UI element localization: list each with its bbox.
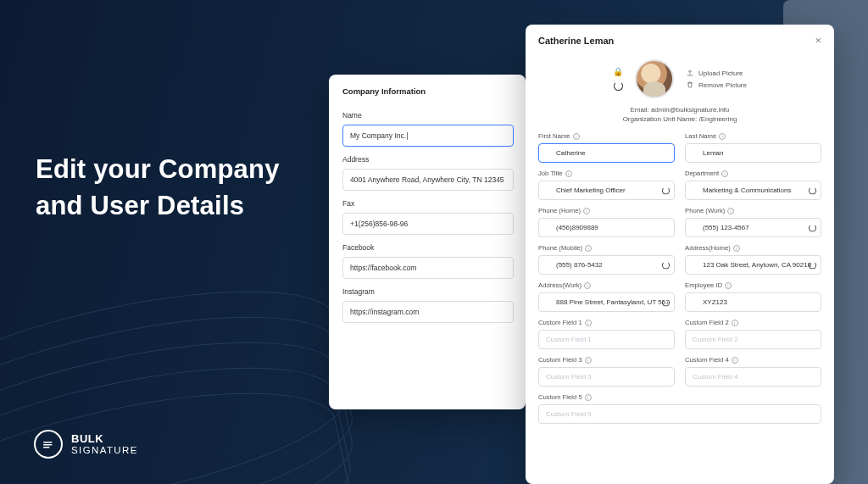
- employee-id-input[interactable]: [685, 292, 821, 312]
- info-icon[interactable]: i: [733, 245, 740, 252]
- trash-icon: [686, 81, 694, 89]
- company-instagram-label: Instagram: [342, 287, 514, 296]
- job-title-input[interactable]: [538, 181, 675, 200]
- info-icon[interactable]: i: [585, 357, 592, 364]
- lock-icon: 🔒: [613, 67, 623, 76]
- job-title-label: Job Title: [538, 170, 563, 177]
- info-icon[interactable]: i: [732, 357, 738, 364]
- info-icon[interactable]: i: [585, 320, 592, 326]
- marketing-headline: Edit your Company and User Details: [36, 151, 280, 225]
- brand-logo-text: BULK SIGNATURE: [71, 433, 138, 455]
- headline-line-1: Edit your Company: [36, 151, 280, 187]
- phone-work-input[interactable]: [685, 218, 821, 237]
- cf4-label: Custom Field 4: [685, 356, 729, 364]
- company-fax-input[interactable]: [342, 213, 514, 235]
- cf4-input[interactable]: [685, 367, 821, 387]
- info-icon[interactable]: i: [732, 320, 738, 326]
- phone-mobile-input[interactable]: [538, 255, 675, 275]
- company-name-input[interactable]: [342, 125, 514, 147]
- cf1-label: Custom Field 1: [538, 319, 582, 326]
- spinner-icon: [662, 186, 670, 194]
- first-name-label: First Name: [538, 132, 570, 140]
- address-work-label: Address(Work): [538, 281, 581, 289]
- company-fax-label: Fax: [342, 199, 514, 208]
- last-name-label: Last Name: [685, 132, 716, 140]
- spinner-icon: [662, 298, 670, 306]
- info-icon[interactable]: i: [727, 208, 734, 214]
- address-work-input[interactable]: [538, 292, 675, 312]
- last-name-input[interactable]: [685, 143, 821, 163]
- upload-picture-button[interactable]: Upload Picture: [686, 69, 747, 77]
- info-icon[interactable]: i: [583, 208, 590, 214]
- info-icon[interactable]: i: [721, 170, 728, 177]
- spinner-icon: [809, 224, 816, 231]
- cf2-label: Custom Field 2: [685, 319, 729, 326]
- info-icon[interactable]: i: [565, 170, 572, 177]
- address-home-input[interactable]: [685, 255, 821, 275]
- cf1-input[interactable]: [538, 330, 675, 349]
- first-name-input[interactable]: [538, 143, 675, 163]
- phone-home-input[interactable]: [538, 218, 675, 237]
- cf5-label: Custom Field 5: [538, 393, 582, 401]
- company-info-title: Company Information: [342, 86, 514, 96]
- info-icon[interactable]: i: [573, 133, 580, 140]
- cf3-input[interactable]: [538, 367, 675, 387]
- avatar-lock-spinner: 🔒: [613, 67, 623, 91]
- cf2-input[interactable]: [685, 330, 821, 349]
- brand-logo: BULK SIGNATURE: [34, 430, 138, 459]
- company-address-input[interactable]: [342, 169, 514, 191]
- info-icon[interactable]: i: [719, 133, 726, 140]
- spinner-icon: [809, 186, 816, 194]
- user-modal-title: Catherine Leman: [538, 36, 614, 46]
- department-input[interactable]: [685, 181, 821, 200]
- info-icon[interactable]: i: [584, 282, 591, 289]
- remove-picture-button[interactable]: Remove Picture: [686, 81, 747, 89]
- signature-lines-icon: [41, 437, 56, 452]
- user-details-modal: Catherine Leman × 🔒 Upload Picture Remov…: [526, 25, 834, 484]
- user-meta: Email: admin@bulksignature.info Organiza…: [538, 105, 821, 124]
- company-instagram-input[interactable]: [342, 301, 514, 323]
- info-icon[interactable]: i: [585, 394, 592, 401]
- spinner-icon: [614, 81, 623, 91]
- phone-work-label: Phone (Work): [685, 207, 725, 214]
- info-icon[interactable]: i: [725, 282, 732, 289]
- company-name-label: Name: [342, 111, 514, 120]
- avatar: [635, 59, 674, 98]
- company-facebook-label: Facebook: [342, 243, 514, 252]
- info-icon[interactable]: i: [585, 245, 592, 252]
- brand-logo-mark: [34, 430, 63, 459]
- department-label: Department: [685, 170, 719, 177]
- cf3-label: Custom Field 3: [538, 356, 582, 364]
- spinner-icon: [662, 261, 670, 269]
- spinner-icon: [809, 261, 816, 269]
- headline-line-2: and User Details: [36, 187, 280, 224]
- phone-home-label: Phone (Home): [538, 207, 581, 214]
- company-info-panel: Company Information Name Address Fax Fac…: [329, 75, 526, 409]
- close-icon[interactable]: ×: [815, 35, 821, 46]
- company-address-label: Address: [342, 155, 514, 164]
- phone-mobile-label: Phone (Mobile): [538, 244, 582, 252]
- address-home-label: Address(Home): [685, 244, 731, 252]
- employee-id-label: Employee ID: [685, 281, 722, 289]
- upload-icon: [686, 69, 694, 77]
- cf5-input[interactable]: [538, 404, 821, 424]
- company-facebook-input[interactable]: [342, 257, 514, 279]
